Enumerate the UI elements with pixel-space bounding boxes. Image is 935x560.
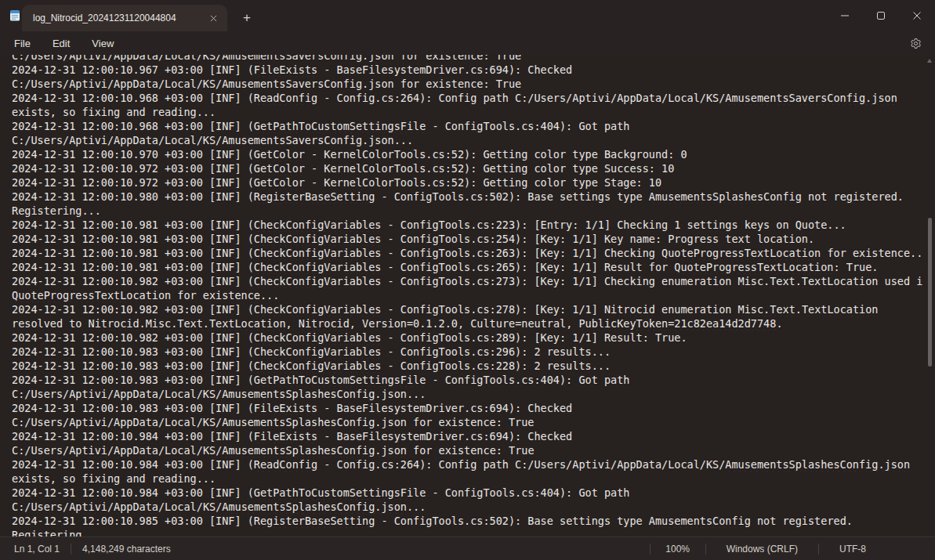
- log-line: 2024-12-31 12:00:10.967 +03:00 [INF] (Fi…: [12, 63, 922, 77]
- misspelled-word: FileExists: [254, 402, 317, 414]
- close-icon: [913, 12, 921, 20]
- misspelled-word: AppData: [114, 444, 158, 457]
- menu-item-edit[interactable]: Edit: [42, 34, 80, 53]
- tab-close-button[interactable]: [205, 10, 221, 26]
- misspelled-word: CheckConfigVariables: [254, 303, 382, 316]
- misspelled-word: GetColor: [254, 148, 305, 161]
- new-tab-button[interactable]: +: [237, 7, 257, 27]
- misspelled-word: CheckConfigVariables: [254, 233, 382, 245]
- maximize-icon: [877, 12, 885, 20]
- misspelled-word: AmusementsSaversConfig.json: [725, 92, 897, 104]
- misspelled-word: ReadConfig: [254, 458, 317, 471]
- misspelled-word: CheckConfigVariables: [254, 345, 382, 358]
- log-line: 2024-12-31 12:00:10.972 +03:00 [INF] (Ge…: [12, 175, 922, 190]
- misspelled-word: AppData: [114, 500, 158, 513]
- misspelled-word: CheckConfigVariables: [254, 219, 382, 231]
- log-line: 2024-12-31 12:00:10.984 +03:00 [INF] (Ge…: [12, 486, 922, 500]
- log-line: exists, so fixing and reading...: [12, 471, 922, 486]
- misspelled-word: RegisterBaseSetting: [254, 190, 375, 203]
- log-line: 2024-12-31 12:00:10.985 +03:00 [INF] (Re…: [12, 514, 922, 528]
- misspelled-word: AmusementsConfig: [649, 515, 751, 527]
- misspelled-word: GetPathToCustomSettingsFile: [254, 374, 426, 386]
- log-line: C:/Users/Aptivi/AppData/Local/KS/Amuseme…: [12, 500, 922, 514]
- misspelled-word: FileExists: [254, 63, 317, 76]
- log-line: 2024-12-31 12:00:10.982 +03:00 [INF] (Ch…: [12, 302, 922, 316]
- maximize-button[interactable]: [863, 0, 899, 31]
- log-line: 2024-12-31 12:00:10.972 +03:00 [INF] (Ge…: [12, 161, 922, 175]
- log-line: Registering...: [12, 204, 922, 218]
- misspelled-word: QuoteProgressTextLocation: [661, 247, 821, 259]
- misspelled-word: ReadConfig: [254, 92, 317, 104]
- log-line: C:/Users/Aptivi/AppData/Local/KS/Amuseme…: [12, 387, 922, 401]
- minimize-icon: [841, 12, 849, 20]
- misspelled-word: PublicKeyToken=21c82ea14d2d7748: [578, 317, 776, 330]
- log-line: resolved to Nitrocid.Misc.Text.TextLocat…: [12, 316, 922, 331]
- log-line: 2024-12-31 12:00:10.981 +03:00 [INF] (Ch…: [12, 218, 922, 232]
- log-line: 2024-12-31 12:00:10.982 +03:00 [INF] (Ch…: [12, 331, 922, 345]
- minimize-button[interactable]: [827, 0, 863, 31]
- misspelled-word: AmusementsSplashesConfig.json: [222, 500, 407, 513]
- chevron-up-icon[interactable]: [927, 59, 932, 63]
- misspelled-word: GetPathToCustomSettingsFile: [254, 486, 426, 499]
- character-count: 4,148,249 characters: [71, 544, 182, 555]
- window-controls: [827, 0, 935, 31]
- misspelled-word: CheckConfigVariables: [254, 261, 382, 273]
- encoding: UTF-8: [819, 544, 886, 555]
- notepad-window: log_Nitrocid_20241231120044804 +: [0, 0, 935, 560]
- log-line: QuoteProgressTextLocation for existence.…: [12, 288, 922, 302]
- log-line: 2024-12-31 12:00:10.980 +03:00 [INF] (Re…: [12, 190, 922, 204]
- misspelled-word: Nitrocid: [604, 303, 655, 316]
- misspelled-word: Misc.Text.TextLocation: [738, 275, 879, 287]
- log-line: 2024-12-31 12:00:10.981 +03:00 [INF] (Ch…: [12, 260, 922, 274]
- misspelled-word: GetColor: [254, 162, 305, 175]
- misspelled-word: CheckConfigVariables: [254, 275, 382, 287]
- log-line: 2024-12-31 12:00:10.968 +03:00 [INF] (Re…: [12, 91, 922, 105]
- menu-item-view[interactable]: View: [82, 34, 124, 53]
- misspelled-word: RegisterBaseSetting: [254, 515, 375, 527]
- misspelled-word: QuoteProgressTextLocation: [12, 289, 171, 302]
- zoom-level: 100%: [651, 544, 705, 555]
- log-line: 2024-12-31 12:00:10.981 +03:00 [INF] (Ch…: [12, 232, 922, 246]
- misspelled-word: CheckConfigVariables: [254, 247, 382, 259]
- plus-icon: +: [243, 11, 251, 24]
- log-line: Registering...: [12, 528, 922, 537]
- log-line: 2024-12-31 12:00:10.970 +03:00 [INF] (Ge…: [12, 147, 922, 161]
- scrollbar-thumb[interactable]: [928, 218, 932, 367]
- line-ending: Windows (CRLF): [706, 544, 818, 555]
- log-line: 2024-12-31 12:00:10.983 +03:00 [INF] (Ch…: [12, 359, 922, 373]
- editor[interactable]: C:/Users/Aptivi/AppData/Local/KS/Amuseme…: [0, 55, 935, 537]
- misspelled-word: CheckConfigVariables: [254, 331, 382, 344]
- editor-content: C:/Users/Aptivi/AppData/Local/KS/Amuseme…: [0, 55, 935, 537]
- misspelled-word: Nitrocid: [299, 317, 350, 330]
- status-bar: Ln 1, Col 1 4,148,249 characters 100% Wi…: [0, 537, 935, 560]
- misspelled-word: Aptivi: [69, 500, 107, 513]
- menu-bar: FileEditView: [0, 31, 935, 55]
- vertical-scrollbar[interactable]: [924, 55, 935, 537]
- log-line: 2024-12-31 12:00:10.983 +03:00 [INF] (Ch…: [12, 345, 922, 359]
- close-window-button[interactable]: [899, 0, 935, 31]
- tab-title: log_Nitrocid_20241231120044804: [33, 13, 205, 23]
- log-line: 2024-12-31 12:00:10.983 +03:00 [INF] (Ge…: [12, 373, 922, 387]
- tab-log-file[interactable]: log_Nitrocid_20241231120044804: [22, 5, 227, 31]
- menu-item-file[interactable]: File: [4, 34, 41, 53]
- misspelled-word: Aptivi: [69, 444, 107, 457]
- log-line: exists, so fixing and reading...: [12, 105, 922, 119]
- log-line: C:/Users/Aptivi/AppData/Local/KS/Amuseme…: [12, 55, 922, 63]
- log-line: 2024-12-31 12:00:10.984 +03:00 [INF] (Fi…: [12, 429, 922, 443]
- settings-button[interactable]: [904, 34, 926, 53]
- notepad-icon: [9, 9, 21, 22]
- gear-icon: [910, 38, 922, 49]
- misspelled-word: AmusementsSplashesConfig.json: [222, 444, 407, 457]
- cursor-position: Ln 1, Col 1: [0, 544, 71, 555]
- close-icon: [210, 15, 217, 22]
- log-line: C:/Users/Aptivi/AppData/Local/KS/Amuseme…: [12, 443, 922, 457]
- misspelled-word: GetPathToCustomSettingsFile: [254, 120, 426, 132]
- log-line: 2024-12-31 12:00:10.968 +03:00 [INF] (Ge…: [12, 119, 922, 133]
- log-line: 2024-12-31 12:00:10.981 +03:00 [INF] (Ch…: [12, 246, 922, 260]
- misspelled-word: CheckConfigVariables: [254, 359, 382, 372]
- log-line: C:/Users/Aptivi/AppData/Local/KS/Amuseme…: [12, 415, 922, 429]
- misspelled-word: Nitrocid.Misc.Text.TextLocation: [89, 317, 286, 330]
- log-line: C:/Users/Aptivi/AppData/Local/KS/Amuseme…: [12, 133, 922, 147]
- misspelled-word: QuoteProgressTextLocation: [674, 261, 833, 273]
- titlebar[interactable]: log_Nitrocid_20241231120044804 +: [0, 0, 935, 31]
